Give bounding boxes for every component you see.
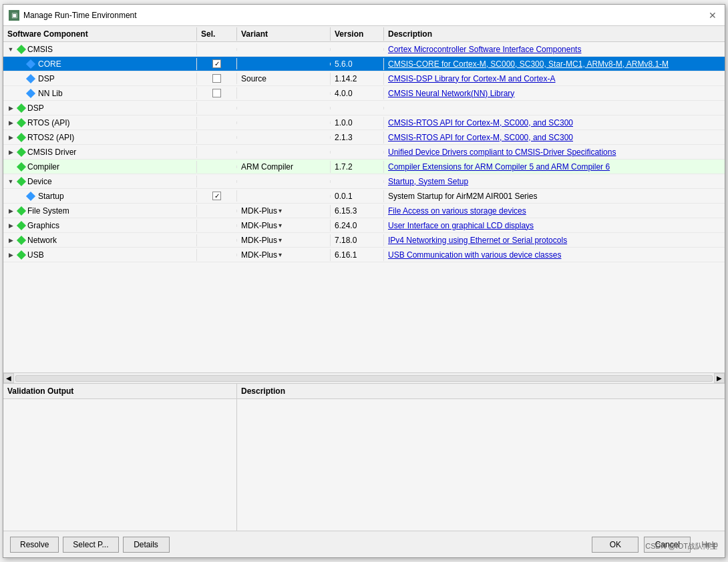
- sel-cell[interactable]: [197, 87, 237, 99]
- component-cell[interactable]: ▶ RTOS2 (API): [3, 131, 197, 144]
- description-link[interactable]: CMSIS Neural Network(NN) Library: [388, 89, 514, 98]
- expand-icon[interactable]: ▶: [6, 103, 15, 113]
- bottom-header: Validation Output Description: [3, 384, 725, 399]
- dropdown-icon[interactable]: ▾: [279, 207, 282, 214]
- table-row[interactable]: ▶ RTOS2 (API) 2.1.3 CMSIS-RTOS API for C…: [3, 130, 725, 145]
- table-row[interactable]: ▼ CMSIS Cortex Microcontroller Software …: [3, 42, 725, 57]
- description-cell[interactable]: File Access on various storage devices: [384, 205, 725, 217]
- select-p-button[interactable]: Select P...: [63, 537, 118, 553]
- table-row[interactable]: ▶ Compiler ARM Compiler 1.7.2 Compiler E…: [3, 160, 725, 174]
- expand-icon[interactable]: ▶: [6, 206, 15, 216]
- component-cell[interactable]: ▶ File System: [3, 205, 197, 217]
- description-cell[interactable]: CMSIS-DSP Library for Cortex-M and Corte…: [384, 73, 725, 85]
- description-link[interactable]: CMSIS-DSP Library for Cortex-M and Corte…: [388, 74, 556, 83]
- component-name: DSP: [27, 103, 44, 113]
- component-cell[interactable]: ▶ CMSIS Driver: [3, 146, 197, 158]
- component-cell[interactable]: ▶ USB: [3, 249, 197, 261]
- resolve-button[interactable]: Resolve: [10, 537, 59, 553]
- description-cell[interactable]: USB Communication with various device cl…: [384, 249, 725, 261]
- description-link[interactable]: File Access on various storage devices: [388, 206, 526, 216]
- description-cell[interactable]: Compiler Extensions for ARM Compiler 5 a…: [384, 161, 725, 173]
- expand-icon[interactable]: ▶: [6, 133, 15, 142]
- component-cell[interactable]: ▶ Graphics: [3, 220, 197, 232]
- sel-cell[interactable]: [197, 58, 237, 69]
- variant-cell[interactable]: MDK-Plus ▾: [237, 220, 331, 232]
- description-cell[interactable]: CMSIS-RTOS API for Cortex-M, SC000, and …: [384, 131, 725, 144]
- description-cell[interactable]: IPv4 Networking using Ethernet or Serial…: [384, 234, 725, 246]
- dropdown-icon[interactable]: ▾: [279, 251, 282, 258]
- expand-icon[interactable]: ▶: [6, 221, 15, 230]
- variant-cell[interactable]: MDK-Plus ▾: [237, 249, 331, 261]
- variant-cell[interactable]: MDK-Plus ▾: [237, 234, 331, 246]
- scroll-track[interactable]: [14, 373, 714, 383]
- description-cell[interactable]: CMSIS-RTOS API for Cortex-M, SC000, and …: [384, 117, 725, 129]
- component-cell[interactable]: NN Lib: [3, 87, 197, 99]
- description-cell[interactable]: User Interface on graphical LCD displays: [384, 220, 725, 232]
- expand-icon[interactable]: ▼: [6, 45, 15, 54]
- ok-button[interactable]: OK: [592, 537, 639, 553]
- variant-cell: [237, 195, 331, 198]
- table-row[interactable]: DSP Source 1.14.2 CMSIS-DSP Library for …: [3, 71, 725, 86]
- version-cell: 4.0.0: [331, 87, 384, 99]
- close-button[interactable]: ✕: [706, 9, 719, 22]
- table-row[interactable]: ▶ File System MDK-Plus ▾ 6.15.3 File Acc…: [3, 204, 725, 218]
- component-cell[interactable]: ▶ Network: [3, 234, 197, 246]
- dropdown-icon[interactable]: ▾: [279, 236, 282, 244]
- description-link[interactable]: CMSIS-CORE for Cortex-M, SC000, SC300, S…: [388, 59, 669, 69]
- component-cell[interactable]: ▼ CMSIS: [3, 43, 197, 55]
- table-row[interactable]: ▶ Graphics MDK-Plus ▾ 6.24.0 User Interf…: [3, 218, 725, 233]
- component-name: Compiler: [27, 162, 59, 172]
- checkbox[interactable]: [212, 192, 221, 200]
- component-cell[interactable]: ▶ Compiler: [3, 161, 197, 173]
- description-link[interactable]: CMSIS-RTOS API for Cortex-M, SC000, and …: [388, 133, 573, 142]
- expand-icon[interactable]: ▶: [6, 148, 15, 157]
- component-cell[interactable]: CORE: [3, 58, 197, 70]
- expand-icon[interactable]: ▼: [6, 177, 15, 186]
- details-button[interactable]: Details: [123, 537, 170, 553]
- description-cell[interactable]: CMSIS Neural Network(NN) Library: [384, 87, 725, 99]
- sel-cell[interactable]: [197, 190, 237, 202]
- variant-cell[interactable]: MDK-Plus ▾: [237, 205, 331, 217]
- component-cell[interactable]: Startup: [3, 190, 197, 202]
- description-cell[interactable]: Startup, System Setup: [384, 176, 725, 188]
- description-cell[interactable]: Cortex Microcontroller Software Interfac…: [384, 43, 725, 55]
- expand-icon[interactable]: ▶: [6, 250, 15, 260]
- description-link[interactable]: USB Communication with various device cl…: [388, 250, 561, 260]
- main-content: Software Component Sel. Variant Version …: [3, 26, 725, 557]
- diamond-icon: [17, 176, 26, 186]
- table-row[interactable]: ▶ USB MDK-Plus ▾ 6.16.1 USB Communicatio…: [3, 248, 725, 262]
- checkbox[interactable]: [212, 74, 221, 83]
- description-cell[interactable]: CMSIS-CORE for Cortex-M, SC000, SC300, S…: [384, 58, 725, 70]
- component-cell[interactable]: DSP: [3, 73, 197, 85]
- checkbox[interactable]: [212, 89, 221, 97]
- description-link[interactable]: Startup, System Setup: [388, 177, 468, 186]
- scroll-right-btn[interactable]: ▶: [714, 373, 725, 383]
- table-row[interactable]: ▶ DSP: [3, 101, 725, 115]
- table-row[interactable]: Startup 0.0.1 System Startup for AirM2M …: [3, 189, 725, 204]
- table-row[interactable]: ▶ Network MDK-Plus ▾ 7.18.0 IPv4 Network…: [3, 233, 725, 248]
- component-cell[interactable]: ▼ Device: [3, 176, 197, 188]
- table-row[interactable]: NN Lib 4.0.0 CMSIS Neural Network(NN) Li…: [3, 86, 725, 101]
- checkbox[interactable]: [212, 59, 221, 68]
- description-link[interactable]: IPv4 Networking using Ethernet or Serial…: [388, 236, 567, 245]
- description-cell[interactable]: Unified Device Drivers compliant to CMSI…: [384, 146, 725, 158]
- description-link[interactable]: Compiler Extensions for ARM Compiler 5 a…: [388, 162, 610, 172]
- table-row[interactable]: ▼ Device Startup, System Setup: [3, 174, 725, 189]
- component-cell[interactable]: ▶ RTOS (API): [3, 117, 197, 129]
- dropdown-icon[interactable]: ▾: [279, 222, 282, 229]
- expand-icon[interactable]: ▶: [6, 118, 15, 127]
- description-link[interactable]: Unified Device Drivers compliant to CMSI…: [388, 148, 616, 157]
- description-link[interactable]: Cortex Microcontroller Software Interfac…: [388, 45, 581, 54]
- horizontal-scrollbar[interactable]: ◀ ▶: [3, 372, 725, 383]
- sel-cell[interactable]: [197, 73, 237, 84]
- expand-icon[interactable]: ▶: [6, 236, 15, 245]
- scroll-thumb[interactable]: [15, 375, 713, 382]
- table-row[interactable]: ▶ CMSIS Driver Unified Device Drivers co…: [3, 145, 725, 160]
- scroll-left-btn[interactable]: ◀: [3, 373, 14, 383]
- version-cell: 1.14.2: [331, 73, 384, 85]
- description-link[interactable]: CMSIS-RTOS API for Cortex-M, SC000, and …: [388, 118, 573, 127]
- table-row[interactable]: CORE 5.6.0 CMSIS-CORE for Cortex-M, SC00…: [3, 57, 725, 71]
- component-cell[interactable]: ▶ DSP: [3, 102, 197, 114]
- table-row[interactable]: ▶ RTOS (API) 1.0.0 CMSIS-RTOS API for Co…: [3, 115, 725, 130]
- description-link[interactable]: User Interface on graphical LCD displays: [388, 221, 534, 230]
